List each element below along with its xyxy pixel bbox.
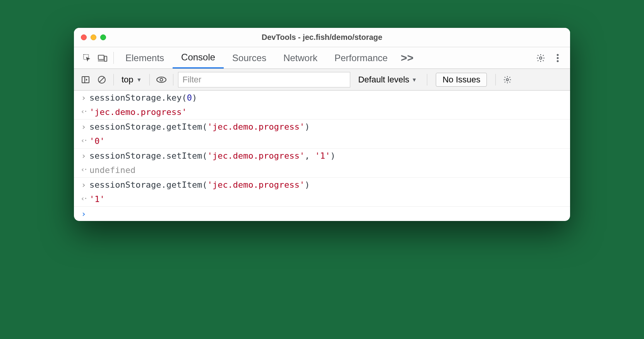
tab-sources[interactable]: Sources [224,47,275,68]
console-text: '1' [89,194,105,204]
separator [149,74,150,86]
console-row: ›sessionStorage.getItem('jec.demo.progre… [74,120,570,134]
console-text: '0' [89,136,105,146]
console-toolbar: top ▼ Default levels ▼ No Issues [74,69,570,91]
output-marker-icon: ‹· [78,107,89,115]
prompt-marker-icon: › [78,209,89,219]
svg-point-12 [157,77,166,82]
console-output[interactable]: ›sessionStorage.key(0)‹·'jec.demo.progre… [74,91,570,221]
live-expression-icon[interactable] [154,76,168,84]
console-row: › [74,207,570,221]
console-text: 'jec.demo.progress' [89,107,187,117]
more-tabs-button[interactable]: >> [396,47,418,68]
devtools-window: DevTools - jec.fish/demo/storage Element… [74,28,570,221]
console-row: ‹·undefined [74,163,570,178]
output-marker-icon: ‹· [78,165,89,173]
console-row: ‹·'0' [74,134,570,149]
tab-elements[interactable]: Elements [117,47,173,68]
svg-rect-1 [98,55,104,59]
filter-input[interactable] [178,72,350,87]
separator [173,74,173,86]
context-label: top [122,75,134,85]
console-text: sessionStorage.setItem('jec.demo.progres… [89,151,336,161]
output-marker-icon: ‹· [78,194,89,202]
chevron-down-icon: ▼ [412,77,417,83]
svg-point-6 [557,57,559,59]
console-row: ›sessionStorage.key(0) [74,91,570,105]
input-marker-icon: › [78,122,89,132]
console-row: ›sessionStorage.setItem('jec.demo.progre… [74,149,570,163]
inspect-element-icon[interactable] [79,47,95,68]
toolbar-right [526,47,566,68]
issues-button[interactable]: No Issues [436,73,487,87]
svg-rect-3 [104,56,107,61]
svg-point-14 [506,79,509,81]
tab-performance[interactable]: Performance [326,47,396,68]
svg-point-4 [540,57,542,59]
console-row: ‹·'1' [74,192,570,207]
main-toolbar: Elements Console Sources Network Perform… [74,47,570,69]
output-marker-icon: ‹· [78,136,89,144]
panel-tabs: Elements Console Sources Network Perform… [117,47,396,68]
console-text: sessionStorage.getItem('jec.demo.progres… [89,180,310,190]
input-marker-icon: › [78,93,89,103]
separator [427,74,427,86]
console-row: ›sessionStorage.getItem('jec.demo.progre… [74,178,570,192]
clear-console-icon[interactable] [95,75,109,84]
chevron-down-icon: ▼ [137,77,142,83]
input-marker-icon: › [78,151,89,161]
levels-label: Default levels [358,75,409,85]
separator [495,74,496,86]
console-row: ‹·'jec.demo.progress' [74,105,570,120]
context-selector[interactable]: top ▼ [118,75,145,85]
titlebar: DevTools - jec.fish/demo/storage [74,28,570,47]
kebab-menu-icon[interactable] [549,54,566,62]
separator [113,52,114,64]
svg-line-11 [99,77,104,82]
svg-point-5 [557,54,559,56]
svg-point-7 [557,60,559,62]
console-text: sessionStorage.key(0) [89,93,197,103]
console-settings-gear-icon[interactable] [500,75,514,84]
log-levels-selector[interactable]: Default levels ▼ [353,75,422,85]
window-title: DevTools - jec.fish/demo/storage [74,33,570,42]
settings-gear-icon[interactable] [532,53,549,63]
input-marker-icon: › [78,180,89,190]
tab-network[interactable]: Network [275,47,326,68]
console-text: undefined [89,165,135,175]
device-toggle-icon[interactable] [95,47,110,68]
svg-point-13 [160,78,163,81]
svg-rect-8 [82,77,89,83]
separator [113,74,114,86]
toggle-sidebar-icon[interactable] [79,75,92,84]
console-text: sessionStorage.getItem('jec.demo.progres… [89,122,310,132]
tab-console[interactable]: Console [173,47,224,68]
